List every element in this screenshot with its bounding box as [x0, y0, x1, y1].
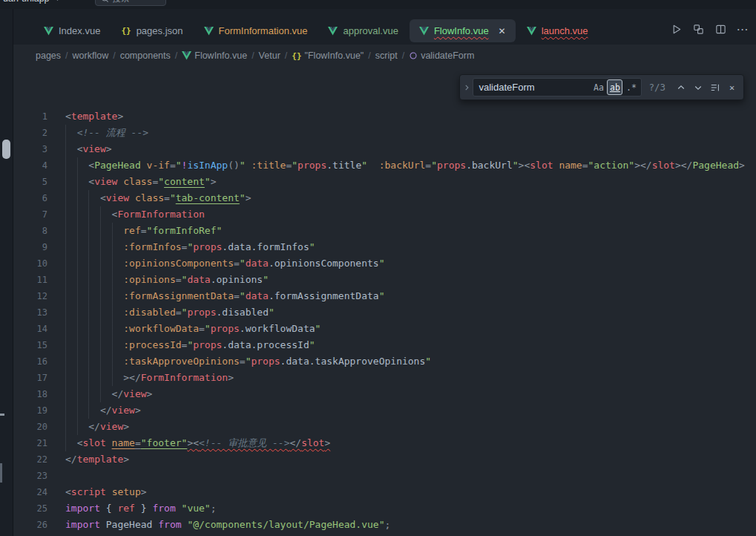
breadcrumb-item[interactable]: validateForm	[409, 50, 474, 61]
toggle-replace-icon[interactable]	[460, 75, 473, 99]
tab-forminformation-vue[interactable]: FormInformation.vue	[194, 19, 318, 42]
code-line[interactable]: 17></FormInformation>	[13, 370, 756, 386]
close-icon[interactable]: ✕	[499, 27, 506, 36]
code-line[interactable]: 13:disabled="props.disabled"	[13, 304, 756, 321]
find-widget: Aa ab .* ?/3 ✕	[459, 74, 744, 100]
line-number: 8	[13, 223, 47, 239]
tab-approval-vue[interactable]: approval.vue	[318, 19, 407, 42]
more-actions-icon[interactable]: ⋯	[734, 20, 752, 38]
close-icon[interactable]: ✕	[723, 79, 740, 96]
code-line[interactable]: 15:processId="props.data.processId"	[13, 337, 756, 353]
regex-option[interactable]: .*	[623, 79, 639, 95]
line-content: <view class="tab-content">	[47, 190, 251, 206]
code-line[interactable]: 25import { ref } from "vue";	[13, 500, 756, 517]
code-lines: 1<template>2<!-- 流程 -->3<view>4<PageHead…	[13, 67, 756, 533]
code-line[interactable]: 21<slot name="footer"><<!-- 审批意见 --></sl…	[13, 435, 756, 451]
line-number: 15	[13, 337, 47, 353]
breadcrumb-item[interactable]: Vetur	[259, 50, 280, 61]
code-line[interactable]: 10:opinionsComponents="data.opinionsComp…	[13, 255, 756, 272]
match-case-option[interactable]: Aa	[591, 79, 606, 95]
code-line[interactable]: 3<view>	[13, 141, 756, 157]
chevron-down-icon[interactable]	[54, 0, 61, 2]
line-content: :opinions="data.opinions"	[47, 272, 269, 288]
line-number: 16	[13, 353, 47, 370]
find-next-icon[interactable]	[689, 79, 706, 96]
line-number: 18	[13, 386, 47, 402]
left-rail	[0, 9, 13, 536]
vue-icon	[204, 27, 214, 36]
workspace-name[interactable]: dan-uniapp	[3, 0, 50, 4]
code-line[interactable]: 6<view class="tab-content">	[13, 190, 756, 206]
breadcrumb-item[interactable]: script	[375, 50, 398, 61]
breadcrumb-item[interactable]: components	[120, 50, 171, 61]
code-line[interactable]: 11:opinions="data.opinions"	[13, 272, 756, 288]
line-number: 19	[13, 402, 47, 419]
breadcrumb-item[interactable]: FlowInfo.vue	[182, 50, 247, 61]
scrollbar-handle[interactable]	[2, 140, 10, 159]
find-previous-icon[interactable]	[672, 79, 689, 96]
line-content: :formInfos="props.data.formInfos"	[47, 239, 315, 255]
code-line[interactable]: 18</view>	[13, 386, 756, 402]
line-number: 20	[13, 419, 47, 435]
line-content: :processId="props.data.processId"	[47, 337, 315, 353]
breadcrumb-label: components	[120, 50, 171, 61]
code-line[interactable]: 14:workflowData="props.workflowData"	[13, 321, 756, 337]
breadcrumb-label: workflow	[73, 50, 109, 61]
breadcrumb-label: script	[375, 50, 398, 61]
code-line[interactable]: 4<PageHead v-if="!isInApp()" :title="pro…	[13, 157, 756, 174]
line-content: <view>	[47, 141, 112, 157]
find-match-count: ?/3	[648, 79, 665, 96]
breadcrumb-label: validateForm	[421, 50, 474, 61]
line-number: 10	[13, 255, 47, 272]
line-number: 22	[13, 451, 47, 468]
line-number: 3	[13, 141, 47, 157]
code-line[interactable]: 23	[13, 468, 756, 484]
tab-launch-vue[interactable]: launch.vue	[517, 19, 598, 42]
code-line[interactable]: 9:formInfos="props.data.formInfos"	[13, 239, 756, 255]
line-number: 23	[13, 468, 47, 484]
open-changes-icon[interactable]	[689, 20, 707, 38]
line-content: :taskApproveOpinions="props.data.taskApp…	[47, 353, 431, 370]
breadcrumb-item[interactable]: {}"FlowInfo.vue"	[292, 50, 364, 61]
breadcrumb-separator: /	[368, 50, 370, 61]
code-line[interactable]: 1<template>	[13, 108, 756, 125]
vscode-window: dan-uniapp 搜索 Index.vue{}pages.jsonFormI…	[0, 0, 756, 536]
split-editor-icon[interactable]	[711, 20, 729, 38]
command-center-search[interactable]: 搜索	[95, 0, 166, 6]
line-number: 24	[13, 484, 47, 500]
play-icon[interactable]	[667, 20, 685, 38]
breadcrumb-separator: /	[285, 50, 287, 61]
breadcrumb-item[interactable]: workflow	[73, 50, 109, 61]
editor-actions: ⋯	[667, 20, 752, 38]
tab-pages-json[interactable]: {}pages.json	[111, 19, 192, 42]
tab-label: pages.json	[137, 25, 183, 36]
code-line[interactable]: 12:formAssignmentData="data.formAssignme…	[13, 288, 756, 304]
line-content: </view>	[47, 386, 152, 402]
line-content: import PageHead from "@/components/layou…	[47, 517, 390, 533]
code-line[interactable]: 20</view>	[13, 419, 756, 435]
code-line[interactable]: 24<script setup>	[13, 484, 756, 500]
code-editor[interactable]: Aa ab .* ?/3 ✕	[13, 67, 756, 536]
vue-icon	[419, 27, 429, 36]
whole-word-option[interactable]: ab	[607, 79, 622, 95]
code-line[interactable]: 5<view class="content">	[13, 174, 756, 190]
line-number: 11	[13, 272, 47, 288]
tab-index-vue[interactable]: Index.vue	[34, 19, 110, 42]
breadcrumb: pages/workflow/components/FlowInfo.vue/V…	[13, 45, 756, 67]
tab-flowinfo-vue[interactable]: FlowInfo.vue✕	[410, 19, 516, 42]
line-number: 2	[13, 125, 47, 141]
code-line[interactable]: 16:taskApproveOpinions="props.data.taskA…	[13, 353, 756, 370]
code-line[interactable]: 26import PageHead from "@/components/lay…	[13, 517, 756, 533]
breadcrumb-item[interactable]: pages	[36, 50, 61, 61]
find-in-selection-icon[interactable]	[706, 79, 723, 96]
find-input-box: Aa ab .*	[473, 78, 642, 97]
json-icon: {}	[292, 51, 301, 61]
line-content: <script setup>	[47, 484, 147, 500]
code-line[interactable]: 19</view>	[13, 402, 756, 419]
line-number: 13	[13, 304, 47, 321]
find-input[interactable]	[479, 82, 590, 93]
code-line[interactable]: 7<FormInformation	[13, 206, 756, 223]
code-line[interactable]: 8ref="formInfoRef"	[13, 223, 756, 239]
code-line[interactable]: 22</template>	[13, 451, 756, 468]
code-line[interactable]: 2<!-- 流程 -->	[13, 125, 756, 141]
